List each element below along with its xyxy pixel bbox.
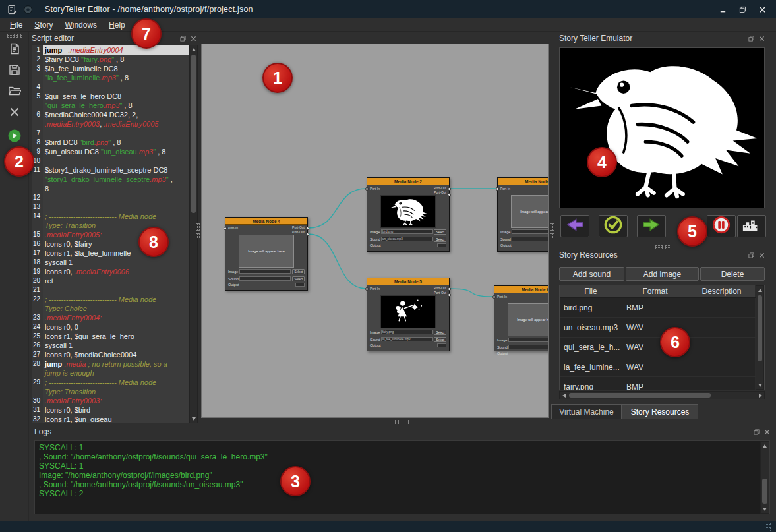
run-button[interactable] xyxy=(5,128,24,146)
toolbar-grip[interactable] xyxy=(6,34,23,38)
code-line[interactable]: Type: Transition xyxy=(32,387,189,396)
table-row[interactable]: fairy.pngBMP xyxy=(560,377,764,390)
node-canvas[interactable]: Media Node 4Port-InPort-OutPort-OutImage… xyxy=(201,44,549,418)
select-button[interactable]: Select xyxy=(434,237,446,242)
field-value[interactable] xyxy=(508,345,549,349)
new-script-button[interactable] xyxy=(5,41,24,59)
select-button[interactable]: Select xyxy=(434,229,446,235)
media-node-node5[interactable]: Media Node 5Port-InPort-OutPort-OutImage… xyxy=(367,278,450,351)
output-pin[interactable] xyxy=(306,233,309,236)
menu-windows[interactable]: Windows xyxy=(59,20,103,30)
field-value[interactable] xyxy=(508,338,549,342)
delete-resource-button[interactable]: Delete xyxy=(700,267,765,281)
input-pin[interactable] xyxy=(492,295,496,299)
field-value[interactable] xyxy=(239,276,291,281)
table-row[interactable]: bird.pngBMP xyxy=(560,298,764,318)
previous-button[interactable] xyxy=(560,215,589,237)
select-button[interactable]: Select xyxy=(434,330,446,335)
menu-file[interactable]: File xyxy=(4,20,28,30)
code-line[interactable]: 20ret xyxy=(32,276,189,285)
code-line[interactable]: 27lcons r0, $mediaChoice0004 xyxy=(32,350,189,359)
media-node-node3[interactable]: Media Node 3Port-InPort-OutImage will ap… xyxy=(497,177,549,252)
code-line[interactable]: 13 xyxy=(32,202,189,212)
tab-story-resources[interactable]: Story Resources xyxy=(622,404,698,419)
code-line[interactable]: 29; ---------------------------- Media n… xyxy=(32,378,189,387)
code-line[interactable]: 8$bird DC8 "bird.png" , 8 xyxy=(32,138,189,147)
table-row[interactable]: la_fee_lumine...WAV xyxy=(560,357,764,377)
field-value[interactable]: un_oiseau.mp3 xyxy=(381,237,433,241)
code-line[interactable]: 32lcons r1, $un_oiseau xyxy=(32,415,189,423)
splitter-grip-left[interactable] xyxy=(196,222,200,239)
logs-output[interactable]: SYSCALL: 1, Sound: "/home/anthony/ostpro… xyxy=(34,440,770,514)
resources-hscrollbar[interactable] xyxy=(559,391,765,399)
input-pin[interactable] xyxy=(365,187,369,191)
code-line[interactable]: 1jump .mediaEntry0004 xyxy=(32,45,189,55)
menu-help[interactable]: Help xyxy=(103,20,131,30)
code-line[interactable]: 3$la_fee_luminelle DC8 xyxy=(32,64,189,73)
code-line[interactable]: .mediaEntry0003, .mediaEntry0005 xyxy=(32,119,189,129)
add-image-button[interactable]: Add image xyxy=(626,267,699,281)
code-line[interactable]: 19lcons r0, .mediaEntry0006 xyxy=(32,267,189,276)
code-line[interactable]: 14; ---------------------------- Media n… xyxy=(32,212,189,221)
select-button[interactable]: Select xyxy=(434,337,446,342)
close-panel-icon[interactable] xyxy=(190,35,196,42)
splitter-grip-right[interactable] xyxy=(550,222,554,239)
select-button[interactable]: Select xyxy=(292,276,305,281)
media-node-node6[interactable]: Media Node 6Port-InPort-OutImage will ap… xyxy=(494,285,549,351)
code-line[interactable]: jump is enough xyxy=(32,369,189,378)
code-line[interactable]: 31lcons r0, $bird xyxy=(32,405,189,415)
output-pin[interactable] xyxy=(306,227,309,230)
validate-button[interactable] xyxy=(599,215,628,237)
code-line[interactable]: 9$un_oiseau DC8 "un_oiseau.mp3" , 8 xyxy=(32,147,189,156)
code-line[interactable]: 28jump .media ; no return possible, so a xyxy=(32,359,189,369)
code-line[interactable]: 6$mediaChoice0004 DC32, 2, xyxy=(32,110,189,119)
add-sound-button[interactable]: Add sound xyxy=(559,267,624,281)
code-line[interactable]: 25lcons r1, $qui_sera_le_hero xyxy=(32,332,189,341)
menu-story[interactable]: Story xyxy=(28,20,59,30)
tab-virtual-machine[interactable]: Virtual Machine xyxy=(551,404,622,419)
minimize-button[interactable] xyxy=(715,3,730,15)
code-line[interactable]: 7 xyxy=(32,129,189,138)
code-line[interactable]: 5$qui_sera_le_hero DC8 xyxy=(32,92,189,101)
splitter-grip-bottom[interactable] xyxy=(394,420,411,424)
code-line[interactable]: Type: Choice xyxy=(32,304,189,313)
delete-button[interactable] xyxy=(5,104,24,123)
field-value[interactable] xyxy=(239,269,291,274)
select-button[interactable]: Select xyxy=(292,269,305,274)
close-panel-icon[interactable] xyxy=(758,35,765,42)
pause-button[interactable] xyxy=(707,215,736,237)
code-line[interactable]: 22; ---------------------------- Media n… xyxy=(32,295,189,304)
field-value[interactable]: fairy.png xyxy=(381,330,433,334)
logs-scrollbar[interactable] xyxy=(760,441,769,514)
next-button[interactable] xyxy=(637,215,666,237)
code-line[interactable]: 10 xyxy=(32,156,189,165)
code-line[interactable]: 12 xyxy=(32,193,189,202)
output-pin[interactable] xyxy=(448,187,451,191)
code-line[interactable]: 21 xyxy=(32,285,189,295)
float-panel-icon[interactable] xyxy=(753,429,760,435)
input-pin[interactable] xyxy=(224,227,227,230)
code-line[interactable]: "qui_sera_le_hero.mp3" , 8 xyxy=(32,101,189,110)
field-value[interactable] xyxy=(512,237,549,241)
code-line[interactable]: 23.mediaEntry0004: xyxy=(32,313,189,322)
maximize-button[interactable] xyxy=(735,3,750,15)
field-value[interactable]: bird.png xyxy=(381,229,433,234)
code-line[interactable]: 8 xyxy=(32,184,189,193)
input-pin[interactable] xyxy=(365,287,369,291)
input-pin[interactable] xyxy=(496,187,499,191)
output-value[interactable] xyxy=(437,243,446,247)
media-node-node4[interactable]: Media Node 4Port-InPort-OutPort-OutImage… xyxy=(225,217,308,291)
code-line[interactable]: 30.mediaEntry0003: xyxy=(32,396,189,405)
close-panel-icon[interactable] xyxy=(763,429,770,435)
code-line[interactable]: 24lcons r0, 0 xyxy=(32,322,189,332)
output-value[interactable] xyxy=(437,343,446,347)
code-line[interactable]: 2$fairy DC8 "fairy.png" , 8 xyxy=(32,55,189,64)
column-header-description[interactable]: Description xyxy=(688,285,756,297)
output-pin[interactable] xyxy=(448,287,451,291)
field-value[interactable]: la_fee_luminelle.mp3 xyxy=(381,337,433,341)
column-header-file[interactable]: File xyxy=(560,285,622,297)
code-line[interactable]: "story1_drako_luminelle_sceptre.mp3" , xyxy=(32,175,189,184)
float-panel-icon[interactable] xyxy=(179,35,186,42)
float-panel-icon[interactable] xyxy=(748,252,754,258)
resize-grip[interactable] xyxy=(765,523,773,531)
